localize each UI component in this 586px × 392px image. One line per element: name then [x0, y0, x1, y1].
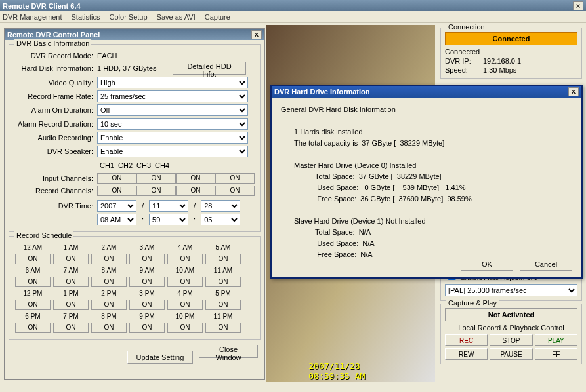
dvr-speaker-label: DVR Speaker: — [13, 147, 97, 155]
time-sep1: : — [136, 216, 149, 224]
schedule-toggle[interactable]: ON — [91, 300, 127, 310]
schedule-toggle[interactable]: ON — [129, 277, 165, 287]
dialog-close-icon[interactable]: X — [568, 87, 579, 96]
schedule-toggle[interactable]: ON — [205, 254, 241, 264]
detailed-hdd-button[interactable]: Detailed HDD Info. — [173, 62, 246, 75]
schedule-toggle[interactable]: ON — [53, 323, 89, 333]
alarm-record-duration-select[interactable]: 10 sec — [97, 118, 248, 130]
schedule-toggle[interactable]: ON — [129, 254, 165, 264]
date-sep2: / — [188, 202, 201, 210]
ff-button[interactable]: FF — [535, 348, 577, 360]
record-channels-label: Record Channels: — [13, 187, 97, 195]
record-ch1-toggle[interactable]: ON — [97, 186, 136, 196]
ch2-header: CH2 — [117, 161, 134, 170]
alarm-on-duration-label: Alarm On Duration: — [13, 106, 97, 114]
stop-button[interactable]: STOP — [490, 334, 532, 346]
schedule-time-label: 6 AM — [14, 266, 51, 275]
schedule-time-label: 1 PM — [52, 289, 89, 298]
schedule-toggle[interactable]: ON — [167, 300, 203, 310]
hdd-info-label: Hard Disk Information: — [13, 64, 97, 72]
schedule-toggle[interactable]: ON — [15, 277, 51, 287]
year-select[interactable]: 2007 — [97, 200, 136, 212]
input-ch2-toggle[interactable]: ON — [136, 173, 176, 184]
hdd-info-value: 1 HDD, 37 GBytes — [97, 64, 173, 72]
schedule-toggle[interactable]: ON — [53, 300, 89, 310]
dlg-master-total: Total Space: 37 GByte [ 38229 MByte] — [281, 171, 572, 182]
menu-save-as-avi[interactable]: Save as AVI — [157, 13, 196, 21]
schedule-time-label: 12 AM — [14, 243, 51, 252]
main-close-icon[interactable]: X — [573, 1, 583, 10]
schedule-time-label: 5 PM — [205, 289, 241, 298]
schedule-time-label: 9 AM — [129, 266, 165, 275]
dvr-ip-value: 192.168.0.1 — [483, 57, 521, 65]
menu-capture[interactable]: Capture — [205, 13, 230, 21]
video-quality-label: Video Quality: — [13, 79, 97, 87]
play-button[interactable]: PLAY — [535, 334, 577, 346]
schedule-time-label: 6 PM — [14, 312, 51, 321]
connection-status-bar: Connected — [445, 32, 577, 45]
record-ch4-toggle[interactable]: ON — [215, 186, 255, 196]
speed-label: Speed: — [445, 66, 478, 74]
schedule-toggle[interactable]: ON — [91, 254, 127, 264]
month-select[interactable]: 11 — [149, 200, 188, 212]
control-panel-close-icon[interactable]: X — [251, 30, 262, 39]
schedule-toggle[interactable]: ON — [205, 323, 241, 333]
schedule-toggle[interactable]: ON — [91, 277, 127, 287]
record-frame-rate-select[interactable]: 25 frames/sec — [97, 90, 248, 102]
close-window-button[interactable]: Close Window — [199, 345, 258, 358]
schedule-toggle[interactable]: ON — [15, 300, 51, 310]
channel-table: CH1 CH2 CH3 CH4 — [97, 159, 172, 171]
record-ch3-toggle[interactable]: ON — [176, 186, 215, 196]
pause-button[interactable]: PAUSE — [490, 348, 532, 360]
alarm-record-duration-label: Alarm Record Duration: — [13, 120, 97, 128]
basic-info-group: DVR Basic Information DVR Record Mode: E… — [9, 44, 261, 232]
menu-statistics[interactable]: Statistics — [72, 13, 100, 21]
dlg-slave-used: Used Space: N/A — [281, 238, 572, 249]
speed-value: 1.30 Mbps — [483, 66, 516, 74]
record-ch2-toggle[interactable]: ON — [136, 186, 176, 196]
video-quality-select[interactable]: High — [97, 77, 248, 88]
day-select[interactable]: 28 — [201, 200, 240, 212]
dlg-slave-head: Slave Hard Drive (Device 1) Not Installe… — [281, 216, 572, 227]
schedule-time-label: 10 AM — [167, 266, 203, 275]
schedule-toggle[interactable]: ON — [15, 254, 51, 264]
schedule-toggle[interactable]: ON — [91, 323, 127, 333]
minute-select[interactable]: 59 — [149, 214, 188, 225]
update-setting-button[interactable]: Update Setting — [127, 351, 193, 364]
dialog-body: General DVR Hard Disk Information 1 Hard… — [272, 98, 581, 267]
capture-sub-label: Local Record & Playback Control — [445, 324, 577, 332]
schedule-toggle[interactable]: ON — [129, 300, 165, 310]
schedule-toggle[interactable]: ON — [167, 277, 203, 287]
audio-recording-select[interactable]: Enable — [97, 132, 248, 144]
capture-play-legend: Capture & Play — [446, 299, 499, 307]
menu-dvr-management[interactable]: DVR Management — [3, 13, 62, 21]
control-panel-title: Remote DVR Control Panel — [7, 31, 100, 39]
schedule-toggle[interactable]: ON — [129, 323, 165, 333]
schedule-toggle[interactable]: ON — [15, 323, 51, 333]
frame-rate-select[interactable]: [PAL] 25.000 frames/sec — [445, 284, 577, 296]
connection-status-text: Connected — [445, 48, 577, 56]
dialog-ok-button[interactable]: OK — [461, 258, 513, 271]
date-sep1: / — [136, 202, 149, 210]
connection-group: Connection Connected Connected DVR IP:19… — [440, 28, 582, 79]
schedule-time-label: 4 PM — [167, 289, 203, 298]
input-ch4-toggle[interactable]: ON — [215, 173, 255, 184]
input-channels-label: Input Channels: — [13, 174, 97, 182]
rew-button[interactable]: REW — [445, 348, 488, 360]
menu-color-setup[interactable]: Color Setup — [110, 13, 148, 21]
dialog-cancel-button[interactable]: Cancel — [520, 258, 572, 271]
schedule-toggle[interactable]: ON — [205, 300, 241, 310]
schedule-toggle[interactable]: ON — [53, 277, 89, 287]
schedule-toggle[interactable]: ON — [205, 277, 241, 287]
input-ch1-toggle[interactable]: ON — [97, 173, 136, 184]
schedule-toggle[interactable]: ON — [167, 254, 203, 264]
schedule-toggle[interactable]: ON — [167, 323, 203, 333]
rec-button[interactable]: REC — [445, 334, 488, 346]
dvr-speaker-select[interactable]: Enable — [97, 146, 248, 157]
connection-legend: Connection — [446, 23, 487, 31]
alarm-on-duration-select[interactable]: Off — [97, 104, 248, 116]
schedule-toggle[interactable]: ON — [53, 254, 89, 264]
input-ch3-toggle[interactable]: ON — [176, 173, 215, 184]
second-select[interactable]: 05 — [201, 214, 240, 225]
hour-select[interactable]: 08 AM — [97, 214, 136, 225]
